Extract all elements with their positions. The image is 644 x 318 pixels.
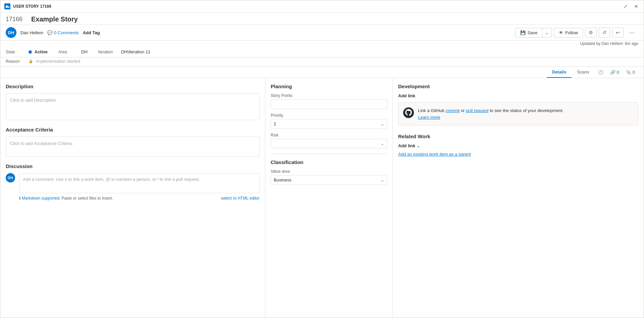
description-placeholder: Click to add Description. xyxy=(10,98,57,103)
title-bar-left: USER STORY 17166 xyxy=(4,3,51,9)
title-bar-right: ⤢ ✕ xyxy=(622,2,640,10)
tab-attachments[interactable]: 📎 0 xyxy=(623,67,638,77)
related-add-link-chevron-icon: ⌄ xyxy=(417,143,420,148)
updated-by: Updated by Dan Hellem: 6m ago xyxy=(0,41,644,47)
markdown-link[interactable]: Markdown supported. xyxy=(22,196,60,201)
area-label: Area xyxy=(58,50,78,54)
iteration-field: Iteration DH\Iteration 11 xyxy=(98,49,150,54)
tab-history[interactable]: 🕐 xyxy=(595,67,607,77)
state-label: State xyxy=(6,50,26,54)
comment-footer: ℹ Markdown supported. Paste or select fi… xyxy=(19,196,260,201)
iteration-value[interactable]: DH\Iteration 11 xyxy=(121,49,150,54)
left-pane: Description Click to add Description. Ac… xyxy=(0,78,265,318)
github-commit-link[interactable]: commit xyxy=(445,108,460,113)
github-icon xyxy=(403,107,414,118)
commenter-avatar: DH xyxy=(6,173,15,182)
follow-button[interactable]: 👁 Follow xyxy=(554,28,583,38)
priority-value: 2 xyxy=(274,121,276,126)
state-tabs-row: State Active Area DH Iteration DH\Iterat… xyxy=(0,47,644,57)
save-dropdown-button[interactable]: ⌄ xyxy=(542,28,551,37)
main-content: Description Click to add Description. Ac… xyxy=(0,78,644,318)
svg-point-1 xyxy=(403,107,414,118)
reason-value[interactable]: Implementation started xyxy=(36,59,80,64)
add-existing-parent-link[interactable]: Add an existing work item as a parent xyxy=(398,152,471,157)
acceptance-criteria-title: Acceptance Criteria xyxy=(6,127,260,132)
value-area-value: Business xyxy=(274,177,291,182)
tabs-row: Details Scans 🕐 🔗 0 📎 0 xyxy=(0,67,644,78)
more-options-button[interactable]: ⋯ xyxy=(626,27,638,38)
save-icon: 💾 xyxy=(520,30,526,35)
lock-icon: 🔒 xyxy=(29,59,33,63)
eye-icon: 👁 xyxy=(559,30,563,35)
area-value[interactable]: DH xyxy=(81,49,88,54)
work-item-id: 17166 xyxy=(6,16,26,23)
settings-button[interactable]: ⚙ xyxy=(585,28,597,38)
avatar: DH xyxy=(6,27,16,38)
expand-button[interactable]: ⤢ xyxy=(622,2,629,10)
dev-add-link-label: Add link xyxy=(398,93,415,98)
risk-field: Risk ⌄ xyxy=(271,133,387,148)
state-fields: State Active Area DH Iteration DH\Iterat… xyxy=(0,47,644,57)
risk-select[interactable]: ⌄ xyxy=(271,139,387,148)
dev-add-link-button[interactable]: Add link xyxy=(398,93,638,98)
work-item-title[interactable]: Example Story xyxy=(31,15,638,23)
save-button-group: 💾 Save ⌄ xyxy=(515,28,552,38)
github-prefix: Link a GitHub xyxy=(418,108,445,113)
paste-label: Paste or select files to insert. xyxy=(61,196,113,201)
development-section: Development Add link Link a GitHub commi… xyxy=(398,84,638,125)
learn-more-link[interactable]: Learn more xyxy=(418,115,440,120)
links-count: 0 xyxy=(617,70,619,75)
comment-input-wrapper: Add a comment. Use # to link a work item… xyxy=(19,173,260,201)
value-area-field: Value area Business ⌄ xyxy=(271,169,387,185)
comment-icon: 💬 xyxy=(47,30,53,35)
add-existing-wrapper: Add an existing work item as a parent xyxy=(398,152,638,157)
markdown-note: ℹ Markdown supported. Paste or select fi… xyxy=(19,196,113,201)
description-title: Description xyxy=(6,84,260,89)
github-pr-link[interactable]: pull request xyxy=(466,108,488,113)
state-value[interactable]: Active xyxy=(35,49,48,54)
save-button[interactable]: 💾 Save xyxy=(516,28,542,37)
middle-pane: Planning Story Points Priority 2 ⌄ Risk xyxy=(265,78,393,318)
story-points-label: Story Points xyxy=(271,93,387,98)
acceptance-placeholder: Click to add Acceptance Criteria. xyxy=(10,141,73,146)
azure-devops-icon xyxy=(4,3,10,9)
story-points-field: Story Points xyxy=(271,93,387,109)
comments-link[interactable]: 💬 0 Comments xyxy=(47,30,79,35)
attachment-icon: 📎 xyxy=(626,70,631,75)
reason-row: Reason 🔒 Implementation started xyxy=(0,57,644,67)
toolbar: DH Dan Hellem 💬 0 Comments Add Tag 💾 Sav… xyxy=(0,25,644,41)
related-add-link-button[interactable]: Add link ⌄ xyxy=(398,143,638,148)
classification-title: Classification xyxy=(271,159,387,165)
related-add-link-label: Add link xyxy=(398,143,415,148)
acceptance-criteria-input[interactable]: Click to add Acceptance Criteria. xyxy=(6,137,260,157)
state-dot xyxy=(29,50,32,54)
priority-select[interactable]: 2 ⌄ xyxy=(271,119,387,129)
add-tag-button[interactable]: Add Tag xyxy=(83,30,100,35)
comment-input[interactable]: Add a comment. Use # to link a work item… xyxy=(19,173,260,193)
tab-scans[interactable]: Scans xyxy=(572,67,594,78)
value-area-select[interactable]: Business ⌄ xyxy=(271,175,387,185)
reason-label: Reason xyxy=(6,59,26,64)
right-pane: Development Add link Link a GitHub commi… xyxy=(393,78,644,318)
html-editor-link[interactable]: switch to HTML editor xyxy=(221,196,260,201)
tab-details[interactable]: Details xyxy=(547,67,572,78)
classification-section: Classification Value area Business ⌄ xyxy=(271,159,387,185)
iteration-label: Iteration xyxy=(98,50,118,54)
toolbar-left: DH Dan Hellem 💬 0 Comments Add Tag xyxy=(6,27,100,38)
description-input[interactable]: Click to add Description. xyxy=(6,93,260,120)
header-row: 17166 Example Story xyxy=(0,13,644,25)
story-points-input[interactable] xyxy=(271,99,387,109)
development-title: Development xyxy=(398,84,638,89)
link-icon: 🔗 xyxy=(610,70,615,75)
risk-label: Risk xyxy=(271,133,387,138)
risk-chevron-icon: ⌄ xyxy=(381,141,384,146)
planning-title: Planning xyxy=(271,84,387,89)
comment-area: DH Add a comment. Use # to link a work i… xyxy=(6,173,260,201)
refresh-button[interactable]: ↺ xyxy=(599,28,610,38)
priority-label: Priority xyxy=(271,113,387,118)
close-button[interactable]: ✕ xyxy=(633,2,640,10)
author-name: Dan Hellem xyxy=(20,30,43,35)
undo-button[interactable]: ↩ xyxy=(612,28,624,38)
tab-links[interactable]: 🔗 0 xyxy=(607,67,623,77)
priority-chevron-icon: ⌄ xyxy=(381,122,384,126)
